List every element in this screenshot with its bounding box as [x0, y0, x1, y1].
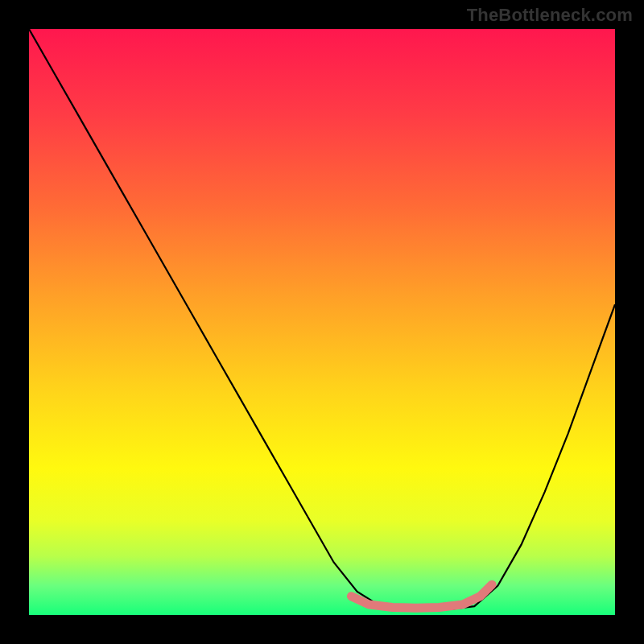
chart-svg — [29, 29, 615, 615]
series-optimal-band — [351, 584, 492, 608]
series-bottleneck-curve — [29, 29, 615, 609]
watermark-text: TheBottleneck.com — [467, 5, 633, 26]
plot-area — [29, 29, 615, 615]
outer-frame: TheBottleneck.com — [0, 0, 644, 644]
